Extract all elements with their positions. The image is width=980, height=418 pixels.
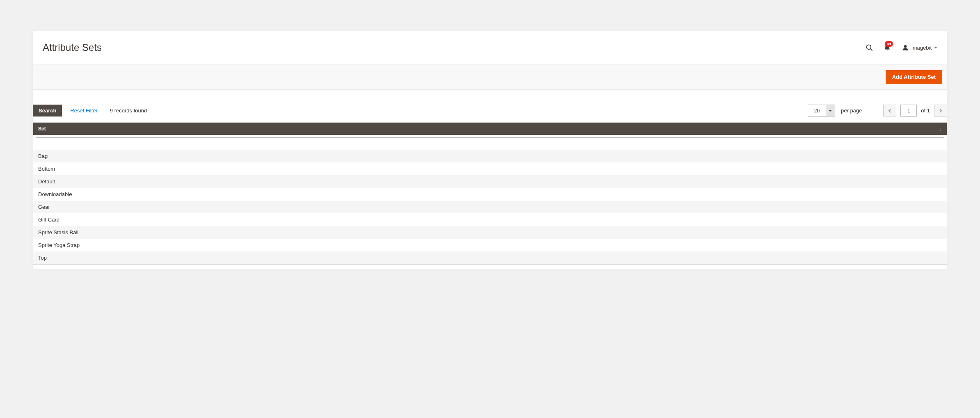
page-title: Attribute Sets: [43, 42, 102, 53]
add-attribute-set-button[interactable]: Add Attribute Set: [886, 70, 942, 84]
page-size-dropdown-toggle[interactable]: [826, 105, 835, 116]
page-size-select[interactable]: 20: [808, 105, 835, 116]
table-row[interactable]: Downloadable: [33, 188, 947, 201]
table-row[interactable]: Gear: [33, 201, 947, 213]
set-filter-input[interactable]: [36, 137, 944, 147]
page-size-value: 20: [808, 105, 826, 116]
grid-body: Bag Bottom Default Downloadable Gear Gif…: [33, 150, 947, 264]
table-row[interactable]: Sprite Stasis Ball: [33, 226, 947, 239]
grid-controls: Search Reset Filter 9 records found 20 p…: [33, 90, 947, 120]
per-page-label: per page: [841, 107, 862, 114]
grid-column-header-set[interactable]: Set ↓: [33, 123, 947, 135]
table-row[interactable]: Top: [33, 251, 947, 264]
search-icon[interactable]: [864, 43, 874, 53]
svg-point-0: [866, 45, 871, 49]
primary-toolbar: Add Attribute Set: [33, 64, 947, 90]
table-row[interactable]: Bag: [33, 150, 947, 162]
grid-filter-row: [33, 135, 947, 150]
table-row[interactable]: Sprite Yoga Strap: [33, 239, 947, 251]
reset-filter-link[interactable]: Reset Filter: [70, 107, 97, 114]
svg-line-1: [870, 49, 873, 51]
attribute-set-grid: Set ↓ Bag Bottom Default Downloadable Ge…: [33, 122, 947, 265]
grid-column-label: Set: [38, 126, 46, 132]
notification-bell-icon[interactable]: 39: [882, 43, 892, 53]
current-page-input[interactable]: [900, 105, 917, 116]
table-row[interactable]: Bottom: [33, 162, 947, 175]
main-panel: Attribute Sets 39: [33, 31, 947, 269]
header-actions: 39 magebit: [864, 43, 937, 53]
of-pages-label: of 1: [921, 107, 930, 114]
user-icon: [900, 43, 910, 53]
username-label: magebit: [913, 45, 932, 51]
next-page-button[interactable]: [934, 105, 947, 116]
user-menu[interactable]: magebit: [900, 43, 937, 53]
table-row[interactable]: Default: [33, 175, 947, 188]
records-found-label: 9 records found: [110, 107, 147, 114]
sort-arrow-icon: ↓: [940, 126, 942, 131]
prev-page-button[interactable]: [883, 105, 896, 116]
page-header: Attribute Sets 39: [33, 31, 947, 64]
chevron-down-icon: [934, 47, 937, 48]
table-row[interactable]: Gift Card: [33, 213, 947, 226]
search-button[interactable]: Search: [33, 105, 62, 116]
svg-point-2: [904, 45, 907, 48]
notification-badge: 39: [885, 41, 893, 47]
